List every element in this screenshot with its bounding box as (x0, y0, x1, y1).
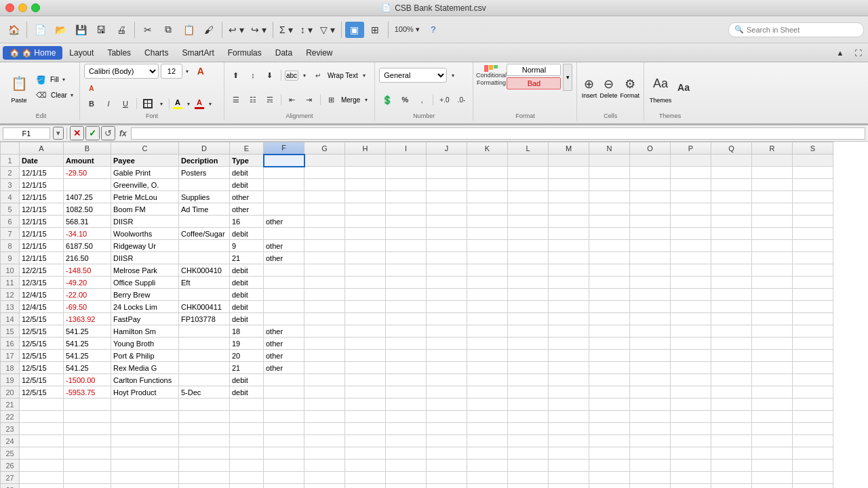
cell[interactable] (589, 325, 630, 338)
increase-decimal-button[interactable]: +.0 (437, 92, 452, 107)
cell[interactable] (630, 289, 671, 301)
search-box[interactable]: 🔍 (728, 22, 864, 37)
cell[interactable]: 18 (230, 325, 264, 338)
cell[interactable] (752, 399, 793, 411)
cell[interactable] (549, 423, 589, 435)
cell[interactable]: debit (230, 264, 264, 277)
cell[interactable] (386, 472, 427, 484)
cell[interactable] (386, 264, 427, 277)
align-center-button[interactable]: ☷ (245, 92, 260, 107)
italic-button[interactable]: I (101, 96, 116, 111)
cell[interactable]: -34.10 (64, 228, 111, 240)
text-dropdown[interactable]: ▾ (300, 68, 309, 83)
cell[interactable] (752, 472, 793, 484)
formula-input[interactable] (131, 127, 865, 140)
cell[interactable] (671, 325, 711, 338)
new-button[interactable]: 📄 (31, 20, 50, 39)
cell[interactable] (711, 179, 752, 191)
sheet-table-wrap[interactable]: A B C D E F G H I J K L M N O P Q (0, 142, 868, 488)
menu-tables[interactable]: Tables (100, 46, 138, 60)
wrap-text-button[interactable]: ↵ (311, 68, 326, 83)
cell[interactable]: 1082.50 (64, 203, 111, 216)
cell[interactable] (467, 350, 508, 362)
zoom-btn[interactable]: 100% ▾ (392, 20, 422, 39)
cell[interactable] (111, 411, 179, 423)
cell[interactable] (793, 447, 833, 460)
cell[interactable] (589, 264, 630, 277)
cell[interactable] (630, 216, 671, 228)
cell[interactable]: -49.20 (64, 277, 111, 289)
cell[interactable] (549, 460, 589, 472)
cell[interactable] (467, 203, 508, 216)
open-button[interactable]: 📂 (51, 20, 70, 39)
cell[interactable] (589, 472, 630, 484)
cell[interactable] (549, 167, 589, 179)
font-face-select[interactable]: Calibri (Body) (84, 64, 159, 79)
cell[interactable] (549, 325, 589, 338)
cell[interactable] (264, 460, 304, 472)
cell[interactable] (549, 191, 589, 203)
cell[interactable]: Posters (179, 167, 230, 179)
cell[interactable] (427, 362, 467, 374)
cell[interactable] (467, 240, 508, 252)
cell[interactable]: 19 (230, 338, 264, 350)
cell[interactable] (671, 277, 711, 289)
cell[interactable] (508, 362, 549, 374)
cell[interactable] (549, 301, 589, 313)
cell[interactable]: 568.31 (64, 216, 111, 228)
cell[interactable] (589, 313, 630, 325)
cell[interactable] (793, 179, 833, 191)
cell[interactable]: debit (230, 313, 264, 325)
cell[interactable] (508, 386, 549, 399)
cell[interactable] (549, 447, 589, 460)
cancel-formula-button[interactable]: ✕ (70, 126, 84, 140)
cell[interactable] (345, 386, 386, 399)
cell[interactable] (264, 411, 304, 423)
col-header-P[interactable]: P (671, 142, 711, 155)
cell[interactable] (304, 447, 345, 460)
collapse-button[interactable]: ▲ (833, 45, 848, 60)
cell[interactable] (467, 167, 508, 179)
cell[interactable] (508, 228, 549, 240)
cell[interactable] (386, 313, 427, 325)
cell[interactable] (467, 155, 508, 167)
cell[interactable]: 16 (230, 216, 264, 228)
cell[interactable] (630, 228, 671, 240)
cell[interactable] (304, 277, 345, 289)
cell[interactable] (230, 472, 264, 484)
cell[interactable] (264, 203, 304, 216)
cell[interactable] (630, 472, 671, 484)
cell[interactable]: Rex Media G (111, 362, 179, 374)
cell[interactable] (711, 167, 752, 179)
cell[interactable] (508, 155, 549, 167)
cell[interactable] (179, 411, 230, 423)
cell[interactable] (264, 155, 304, 167)
cell[interactable] (230, 423, 264, 435)
cell[interactable]: Gable Print (111, 167, 179, 179)
cell[interactable] (549, 277, 589, 289)
cell[interactable] (304, 191, 345, 203)
maximize-button[interactable] (31, 3, 40, 12)
cell[interactable] (793, 313, 833, 325)
number-dropdown[interactable]: ▾ (449, 68, 457, 83)
cell[interactable]: -5953.75 (64, 386, 111, 399)
cell[interactable]: 12/1/15 (20, 240, 64, 252)
cell[interactable] (508, 472, 549, 484)
font-size-dropdown[interactable]: ▾ (183, 64, 191, 79)
cell[interactable] (589, 338, 630, 350)
cell[interactable]: -22.00 (64, 289, 111, 301)
cell[interactable]: Melrose Park (111, 264, 179, 277)
cell[interactable] (671, 240, 711, 252)
cell[interactable]: DIISR (111, 252, 179, 264)
cell[interactable] (345, 301, 386, 313)
cell[interactable] (345, 435, 386, 447)
cell[interactable] (427, 484, 467, 489)
underline-button[interactable]: U (118, 96, 133, 111)
cell[interactable] (304, 399, 345, 411)
cell[interactable]: other (230, 191, 264, 203)
cell[interactable] (386, 338, 427, 350)
cell[interactable] (20, 411, 64, 423)
align-top-button[interactable]: ⬆ (229, 68, 243, 83)
cell[interactable] (711, 252, 752, 264)
borders-button[interactable] (140, 96, 155, 111)
